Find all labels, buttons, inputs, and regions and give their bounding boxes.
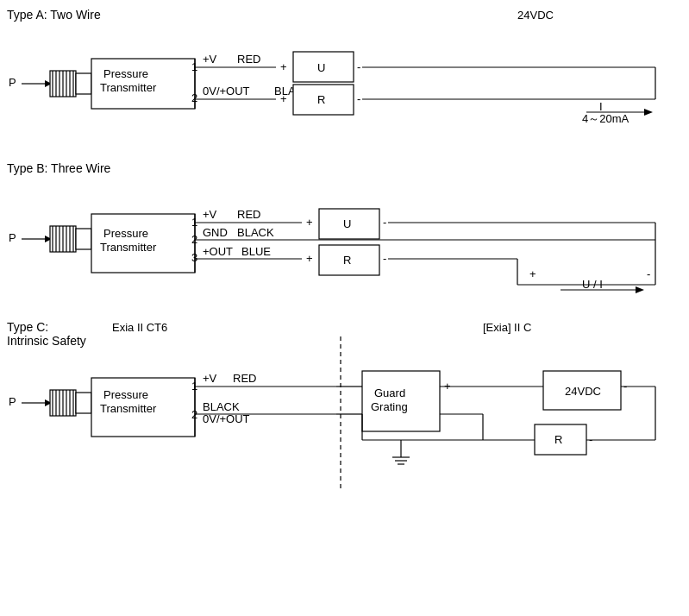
zerov-a: 0V/+OUT: [203, 85, 250, 97]
ui-arrow-b: [636, 286, 644, 293]
red-a: RED: [237, 53, 260, 66]
minus-u-b: -: [383, 216, 386, 229]
transmitter-label-c1: Pressure: [103, 388, 148, 401]
minus-r-b: -: [383, 252, 386, 265]
transmitter-label-a1: Pressure: [103, 67, 148, 80]
r-label-a: R: [317, 93, 325, 106]
p-label-c: P: [9, 395, 16, 408]
black-c: BLACK: [203, 400, 240, 413]
plus-end-b: +: [529, 267, 536, 280]
plus-u-a: +: [280, 60, 287, 73]
nut-c: [76, 393, 91, 413]
ui-label-b: U / I: [582, 278, 603, 291]
zerov-c: 0V/+OUT: [203, 412, 250, 425]
nut-a: [76, 73, 91, 94]
diagram-container: Type A: Two Wire 24VDC P Pressure Transm…: [0, 0, 689, 616]
red-b: RED: [237, 208, 260, 221]
guard-label1: Guard: [374, 387, 405, 399]
title-c2: Intrinsic Safety: [7, 334, 86, 348]
minus-end-b: -: [647, 267, 650, 280]
transmitter-label-b2: Transmitter: [100, 241, 157, 254]
r-label-c: R: [554, 433, 562, 446]
title-c1: Type C:: [7, 320, 48, 334]
vdc-label-c: 24VDC: [565, 385, 601, 398]
minus-u-a: -: [357, 60, 360, 73]
plus-r-a: +: [280, 92, 287, 105]
plusout-b: +OUT: [203, 245, 233, 258]
plusv-a: +V: [203, 53, 217, 66]
black-b: BLACK: [237, 226, 274, 239]
plus-r-b: +: [306, 252, 313, 265]
gnd-b: GND: [203, 226, 228, 239]
exia-label-c2: [Exia] II C: [483, 321, 531, 334]
i-arrow-a: [644, 109, 653, 116]
title-b: Type B: Three Wire: [7, 161, 111, 175]
i-label-a: I: [599, 100, 603, 113]
minus-r-a: -: [357, 92, 360, 105]
blue-b: BLUE: [241, 245, 271, 258]
transmitter-label-b1: Pressure: [103, 227, 148, 240]
title-a: Type A: Two Wire: [7, 8, 101, 22]
plusv-c: +V: [203, 372, 217, 385]
plusv-b: +V: [203, 208, 217, 221]
red-c: RED: [233, 372, 256, 385]
transmitter-label-a2: Transmitter: [100, 81, 157, 94]
p-label-a: P: [9, 76, 16, 89]
u-label-a: U: [317, 61, 325, 74]
minus-r-c: -: [589, 433, 592, 446]
plus-u-b: +: [306, 216, 313, 229]
u-label-b: U: [343, 217, 351, 230]
r-label-b: R: [343, 254, 351, 267]
nut-b: [76, 229, 91, 249]
p-label-b: P: [9, 231, 16, 244]
current-range-a: 4～20mA: [582, 112, 629, 125]
transmitter-label-c2: Transmitter: [100, 402, 157, 415]
guard-label2: Grating: [371, 400, 408, 413]
voltage-label-a: 24VDC: [517, 9, 554, 22]
exia-label-c: Exia II CT6: [112, 321, 167, 334]
